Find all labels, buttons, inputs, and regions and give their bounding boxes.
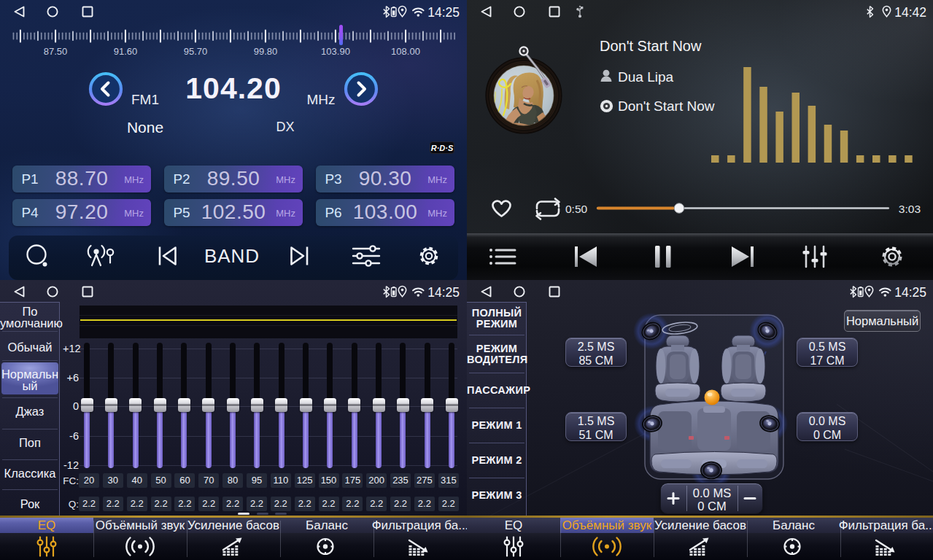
svg-text:BAND: BAND bbox=[204, 245, 260, 267]
svg-text:14:42: 14:42 bbox=[894, 5, 926, 20]
svg-text:3:03: 3:03 bbox=[899, 203, 921, 215]
svg-text:0:50: 0:50 bbox=[565, 203, 588, 215]
svg-text:14:25: 14:25 bbox=[427, 285, 460, 300]
svg-text:14:25: 14:25 bbox=[894, 285, 926, 300]
